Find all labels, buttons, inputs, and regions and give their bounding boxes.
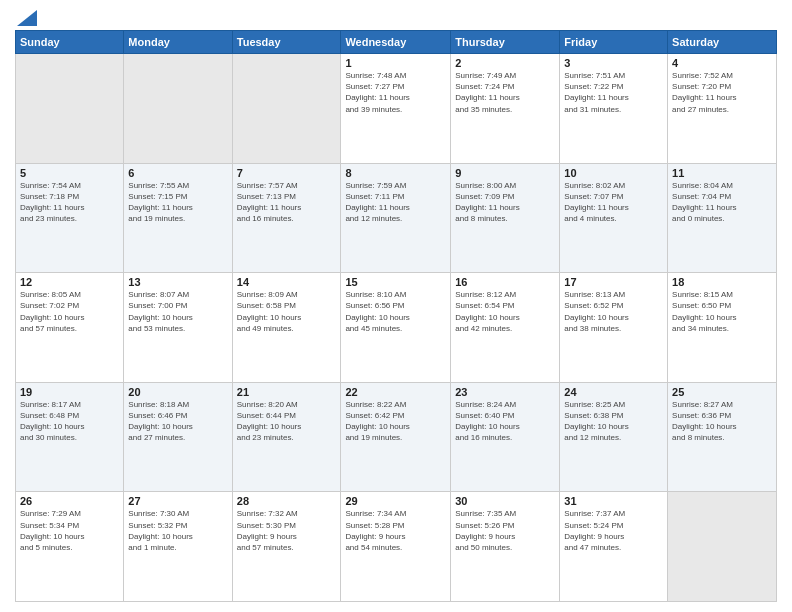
weekday-header-thursday: Thursday <box>451 31 560 54</box>
day-info: Sunrise: 8:04 AM Sunset: 7:04 PM Dayligh… <box>672 180 772 225</box>
calendar-day-cell: 17Sunrise: 8:13 AM Sunset: 6:52 PM Dayli… <box>560 273 668 383</box>
calendar-week-row: 1Sunrise: 7:48 AM Sunset: 7:27 PM Daylig… <box>16 54 777 164</box>
day-info: Sunrise: 8:02 AM Sunset: 7:07 PM Dayligh… <box>564 180 663 225</box>
weekday-header-sunday: Sunday <box>16 31 124 54</box>
day-info: Sunrise: 8:05 AM Sunset: 7:02 PM Dayligh… <box>20 289 119 334</box>
calendar-day-cell: 6Sunrise: 7:55 AM Sunset: 7:15 PM Daylig… <box>124 163 232 273</box>
day-number: 27 <box>128 495 227 507</box>
calendar-day-cell: 19Sunrise: 8:17 AM Sunset: 6:48 PM Dayli… <box>16 382 124 492</box>
calendar-day-cell: 27Sunrise: 7:30 AM Sunset: 5:32 PM Dayli… <box>124 492 232 602</box>
calendar-day-cell: 1Sunrise: 7:48 AM Sunset: 7:27 PM Daylig… <box>341 54 451 164</box>
calendar-day-cell: 28Sunrise: 7:32 AM Sunset: 5:30 PM Dayli… <box>232 492 341 602</box>
calendar-week-row: 26Sunrise: 7:29 AM Sunset: 5:34 PM Dayli… <box>16 492 777 602</box>
day-number: 1 <box>345 57 446 69</box>
day-number: 31 <box>564 495 663 507</box>
logo-icon <box>17 10 37 26</box>
header <box>15 10 777 22</box>
day-info: Sunrise: 8:07 AM Sunset: 7:00 PM Dayligh… <box>128 289 227 334</box>
calendar-day-cell: 2Sunrise: 7:49 AM Sunset: 7:24 PM Daylig… <box>451 54 560 164</box>
day-info: Sunrise: 7:52 AM Sunset: 7:20 PM Dayligh… <box>672 70 772 115</box>
day-info: Sunrise: 7:34 AM Sunset: 5:28 PM Dayligh… <box>345 508 446 553</box>
logo <box>15 10 37 22</box>
empty-cell <box>232 54 341 164</box>
day-number: 17 <box>564 276 663 288</box>
calendar-day-cell: 26Sunrise: 7:29 AM Sunset: 5:34 PM Dayli… <box>16 492 124 602</box>
day-number: 8 <box>345 167 446 179</box>
day-number: 30 <box>455 495 555 507</box>
calendar-day-cell: 18Sunrise: 8:15 AM Sunset: 6:50 PM Dayli… <box>668 273 777 383</box>
day-number: 16 <box>455 276 555 288</box>
page: SundayMondayTuesdayWednesdayThursdayFrid… <box>0 0 792 612</box>
day-number: 12 <box>20 276 119 288</box>
calendar-day-cell: 16Sunrise: 8:12 AM Sunset: 6:54 PM Dayli… <box>451 273 560 383</box>
day-info: Sunrise: 8:27 AM Sunset: 6:36 PM Dayligh… <box>672 399 772 444</box>
calendar-day-cell: 8Sunrise: 7:59 AM Sunset: 7:11 PM Daylig… <box>341 163 451 273</box>
day-info: Sunrise: 7:35 AM Sunset: 5:26 PM Dayligh… <box>455 508 555 553</box>
calendar-week-row: 5Sunrise: 7:54 AM Sunset: 7:18 PM Daylig… <box>16 163 777 273</box>
day-number: 13 <box>128 276 227 288</box>
calendar-day-cell: 29Sunrise: 7:34 AM Sunset: 5:28 PM Dayli… <box>341 492 451 602</box>
day-number: 9 <box>455 167 555 179</box>
calendar-day-cell: 7Sunrise: 7:57 AM Sunset: 7:13 PM Daylig… <box>232 163 341 273</box>
calendar-day-cell: 21Sunrise: 8:20 AM Sunset: 6:44 PM Dayli… <box>232 382 341 492</box>
day-number: 19 <box>20 386 119 398</box>
calendar-week-row: 19Sunrise: 8:17 AM Sunset: 6:48 PM Dayli… <box>16 382 777 492</box>
day-number: 4 <box>672 57 772 69</box>
day-info: Sunrise: 8:12 AM Sunset: 6:54 PM Dayligh… <box>455 289 555 334</box>
calendar-day-cell: 22Sunrise: 8:22 AM Sunset: 6:42 PM Dayli… <box>341 382 451 492</box>
calendar-week-row: 12Sunrise: 8:05 AM Sunset: 7:02 PM Dayli… <box>16 273 777 383</box>
weekday-header-row: SundayMondayTuesdayWednesdayThursdayFrid… <box>16 31 777 54</box>
day-number: 11 <box>672 167 772 179</box>
weekday-header-friday: Friday <box>560 31 668 54</box>
day-info: Sunrise: 8:00 AM Sunset: 7:09 PM Dayligh… <box>455 180 555 225</box>
calendar-day-cell: 9Sunrise: 8:00 AM Sunset: 7:09 PM Daylig… <box>451 163 560 273</box>
calendar-day-cell: 23Sunrise: 8:24 AM Sunset: 6:40 PM Dayli… <box>451 382 560 492</box>
day-info: Sunrise: 7:59 AM Sunset: 7:11 PM Dayligh… <box>345 180 446 225</box>
calendar-day-cell: 24Sunrise: 8:25 AM Sunset: 6:38 PM Dayli… <box>560 382 668 492</box>
day-number: 29 <box>345 495 446 507</box>
day-info: Sunrise: 8:09 AM Sunset: 6:58 PM Dayligh… <box>237 289 337 334</box>
day-number: 7 <box>237 167 337 179</box>
day-info: Sunrise: 8:10 AM Sunset: 6:56 PM Dayligh… <box>345 289 446 334</box>
calendar-day-cell: 14Sunrise: 8:09 AM Sunset: 6:58 PM Dayli… <box>232 273 341 383</box>
weekday-header-monday: Monday <box>124 31 232 54</box>
day-info: Sunrise: 7:37 AM Sunset: 5:24 PM Dayligh… <box>564 508 663 553</box>
day-number: 25 <box>672 386 772 398</box>
day-info: Sunrise: 8:13 AM Sunset: 6:52 PM Dayligh… <box>564 289 663 334</box>
day-number: 6 <box>128 167 227 179</box>
day-number: 20 <box>128 386 227 398</box>
day-info: Sunrise: 7:51 AM Sunset: 7:22 PM Dayligh… <box>564 70 663 115</box>
day-number: 22 <box>345 386 446 398</box>
day-info: Sunrise: 8:22 AM Sunset: 6:42 PM Dayligh… <box>345 399 446 444</box>
day-number: 2 <box>455 57 555 69</box>
empty-cell <box>16 54 124 164</box>
svg-marker-0 <box>17 10 37 26</box>
day-info: Sunrise: 8:20 AM Sunset: 6:44 PM Dayligh… <box>237 399 337 444</box>
day-info: Sunrise: 8:15 AM Sunset: 6:50 PM Dayligh… <box>672 289 772 334</box>
day-info: Sunrise: 7:32 AM Sunset: 5:30 PM Dayligh… <box>237 508 337 553</box>
empty-cell <box>124 54 232 164</box>
day-info: Sunrise: 7:49 AM Sunset: 7:24 PM Dayligh… <box>455 70 555 115</box>
day-info: Sunrise: 7:55 AM Sunset: 7:15 PM Dayligh… <box>128 180 227 225</box>
calendar-day-cell: 4Sunrise: 7:52 AM Sunset: 7:20 PM Daylig… <box>668 54 777 164</box>
day-info: Sunrise: 7:54 AM Sunset: 7:18 PM Dayligh… <box>20 180 119 225</box>
calendar-table: SundayMondayTuesdayWednesdayThursdayFrid… <box>15 30 777 602</box>
weekday-header-saturday: Saturday <box>668 31 777 54</box>
day-number: 18 <box>672 276 772 288</box>
calendar-day-cell: 31Sunrise: 7:37 AM Sunset: 5:24 PM Dayli… <box>560 492 668 602</box>
day-info: Sunrise: 7:29 AM Sunset: 5:34 PM Dayligh… <box>20 508 119 553</box>
day-number: 23 <box>455 386 555 398</box>
day-info: Sunrise: 8:25 AM Sunset: 6:38 PM Dayligh… <box>564 399 663 444</box>
day-number: 21 <box>237 386 337 398</box>
calendar-day-cell: 13Sunrise: 8:07 AM Sunset: 7:00 PM Dayli… <box>124 273 232 383</box>
day-number: 26 <box>20 495 119 507</box>
weekday-header-tuesday: Tuesday <box>232 31 341 54</box>
empty-cell <box>668 492 777 602</box>
calendar-day-cell: 30Sunrise: 7:35 AM Sunset: 5:26 PM Dayli… <box>451 492 560 602</box>
day-info: Sunrise: 8:24 AM Sunset: 6:40 PM Dayligh… <box>455 399 555 444</box>
calendar-day-cell: 15Sunrise: 8:10 AM Sunset: 6:56 PM Dayli… <box>341 273 451 383</box>
calendar-day-cell: 10Sunrise: 8:02 AM Sunset: 7:07 PM Dayli… <box>560 163 668 273</box>
day-number: 10 <box>564 167 663 179</box>
day-number: 3 <box>564 57 663 69</box>
day-number: 14 <box>237 276 337 288</box>
